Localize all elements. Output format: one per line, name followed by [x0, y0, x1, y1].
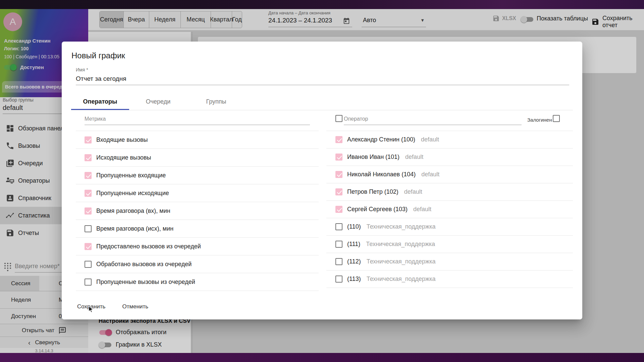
metric-checkbox[interactable] [85, 190, 92, 197]
operator-row[interactable]: Сергей Сергеев (103) default [326, 201, 573, 218]
metric-row[interactable]: Предоставлено вызовов из очередей [76, 238, 319, 255]
metric-row[interactable]: Обработано вызовов из очередей [76, 255, 319, 273]
metric-label: Время разговора (вх), мин [96, 207, 170, 215]
operator-group: default [413, 206, 431, 213]
operator-group: Техническая_поддержка [367, 276, 436, 283]
app-window: Сегодня Вчера Неделя Месяц Квартал [0, 0, 644, 362]
operator-row[interactable]: (113) Техническая_поддержка [326, 270, 573, 288]
operator-name: (113) [347, 276, 361, 283]
operator-name: Петров Петр (102) [347, 188, 398, 195]
operator-filter-placeholder: Оператор [344, 116, 368, 122]
logged-in-label: Залогинен [527, 117, 552, 123]
operator-checkbox[interactable] [335, 171, 342, 178]
operator-checkbox[interactable] [335, 206, 342, 213]
metric-checkbox[interactable] [85, 279, 92, 286]
metric-row[interactable]: Исходящие вызовы [76, 149, 319, 167]
metric-row[interactable]: Пропущенные исходящие [76, 184, 319, 202]
operator-group: default [421, 136, 439, 143]
operator-list-header: Оператор Залогинен [326, 113, 573, 127]
operator-row[interactable]: (111) Техническая_поддержка [326, 236, 573, 253]
metric-label: Входящие вызовы [96, 136, 148, 143]
operator-row[interactable]: (112) Техническая_поддержка [326, 253, 573, 270]
operator-group: default [421, 171, 439, 178]
operator-group: Техническая_поддержка [367, 223, 436, 230]
metric-filter-placeholder: Метрика [85, 116, 106, 122]
operator-checkbox[interactable] [335, 258, 342, 265]
metric-label: Пропущенные вызовы из очередей [96, 279, 195, 286]
metric-checkbox[interactable] [85, 172, 92, 179]
metric-label: Обработано вызовов из очередей [96, 261, 192, 268]
tab-groups[interactable]: Группы [187, 94, 245, 110]
operator-group: Техническая_поддержка [366, 241, 435, 248]
metric-checkbox[interactable] [85, 243, 92, 250]
metric-label: Предоставлено вызовов из очередей [96, 243, 201, 250]
tab-operators[interactable]: Операторы [71, 94, 129, 110]
operator-checkbox[interactable] [335, 154, 342, 161]
name-field-label: Имя * [76, 67, 88, 72]
window-top-strip [0, 0, 644, 9]
metric-checkbox[interactable] [85, 225, 92, 232]
operator-checkbox[interactable] [335, 241, 342, 248]
cancel-button[interactable]: Отменить [117, 299, 154, 314]
tab-queues[interactable]: Очереди [129, 94, 187, 110]
operator-row[interactable]: Николай Николаев (104) default [326, 166, 573, 183]
operator-row[interactable]: Александр Стенин (100) default [326, 131, 573, 148]
operator-list: Александр Стенин (100) default Иванов Ив… [326, 131, 573, 288]
metric-row[interactable]: Время разговора (исх), мин [76, 220, 319, 238]
metric-checkbox[interactable] [85, 261, 92, 268]
new-chart-dialog: Новый график Имя * Отчет за сегодня Опер… [62, 42, 582, 319]
dialog-actions: Сохранить Отменить [72, 299, 154, 314]
select-all-operators-checkbox[interactable] [335, 115, 342, 122]
logged-in-checkbox[interactable] [553, 115, 560, 122]
metric-label: Время разговора (исх), мин [96, 225, 173, 232]
operator-name: (110) [347, 223, 361, 230]
dialog-title: Новый график [71, 51, 125, 60]
operator-row[interactable]: Петров Петр (102) default [326, 183, 573, 201]
operator-group: Техническая_поддержка [367, 258, 436, 265]
operator-checkbox[interactable] [335, 136, 342, 143]
operator-name: Александр Стенин (100) [347, 136, 415, 143]
metric-label: Пропущенные входящие [96, 172, 166, 179]
operator-row[interactable]: (110) Техническая_поддержка [326, 218, 573, 236]
dialog-tabs: Операторы Очереди Группы [71, 94, 245, 110]
metric-label: Пропущенные исходящие [96, 190, 169, 197]
metric-checkbox[interactable] [85, 207, 92, 215]
metric-label: Исходящие вызовы [96, 154, 151, 161]
operator-group: default [404, 188, 422, 195]
metric-row[interactable]: Входящие вызовы [76, 131, 319, 149]
metric-list: Входящие вызовы Исходящие вызовы Пропуще… [76, 131, 319, 291]
operator-name: (111) [347, 241, 360, 248]
metric-row[interactable]: Время разговора (вх), мин [76, 202, 319, 220]
operator-name: Николай Николаев (104) [347, 171, 416, 178]
metric-filter-input[interactable]: Метрика [85, 116, 310, 125]
metric-checkbox[interactable] [85, 136, 92, 143]
tabs-divider [71, 110, 573, 110]
mouse-cursor [88, 306, 95, 313]
metric-checkbox[interactable] [85, 154, 92, 161]
metric-row[interactable]: Пропущенные вызовы из очередей [76, 273, 319, 291]
operator-name: Иванов Иван (101) [347, 154, 399, 161]
name-input[interactable]: Отчет за сегодня [76, 75, 569, 85]
operator-checkbox[interactable] [335, 188, 342, 195]
operator-name: (112) [347, 258, 361, 265]
operator-name: Сергей Сергеев (103) [347, 206, 408, 213]
operator-group: default [405, 154, 423, 161]
operator-row[interactable]: Иванов Иван (101) default [326, 148, 573, 166]
operator-checkbox[interactable] [335, 276, 342, 283]
metric-row[interactable]: Пропущенные входящие [76, 167, 319, 184]
operator-filter-input[interactable]: Оператор [344, 116, 522, 125]
operator-checkbox[interactable] [335, 223, 342, 230]
